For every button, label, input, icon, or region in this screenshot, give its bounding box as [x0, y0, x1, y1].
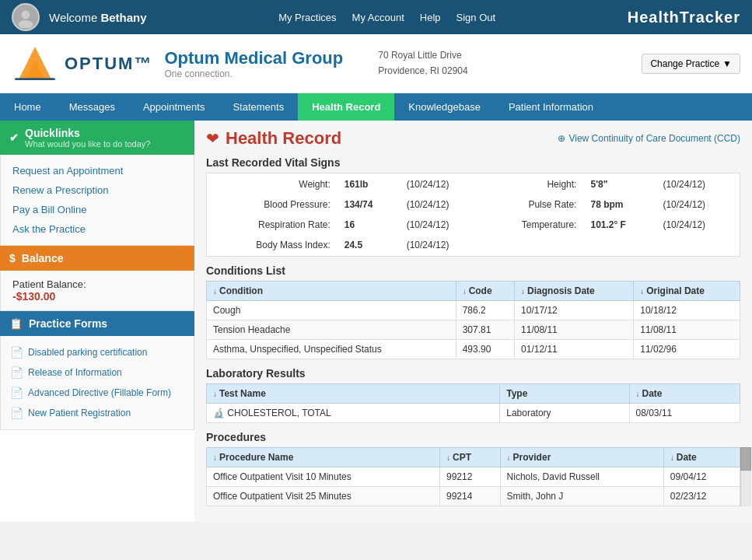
logo-area: OPTUM™ — [12, 42, 152, 85]
height-value: 5'8" — [584, 175, 655, 194]
svg-rect-4 — [15, 78, 54, 80]
balance-icon: $ — [9, 252, 16, 264]
practice-tagline: One connection. — [164, 68, 343, 79]
practice-forms-links: 📄 Disabled parking certification 📄 Relea… — [0, 336, 194, 430]
proc-cpt-0: 99212 — [439, 467, 500, 487]
main-content: ❤ Health Record ⊕ View Continuity of Car… — [194, 121, 752, 522]
condition-row: Tension Headache 307.81 11/08/11 11/08/1… — [207, 320, 740, 340]
tab-statements[interactable]: Statements — [219, 93, 298, 121]
procedure-row: Office Outpatient Visit 10 Minutes 99212… — [207, 467, 740, 487]
bmi-value: 24.5 — [338, 236, 399, 254]
form-label-new-patient: New Patient Registration — [28, 408, 131, 418]
ccd-icon: ⊕ — [558, 133, 565, 144]
col-lab-date[interactable]: ↓Date — [629, 384, 740, 404]
balance-label: Patient Balance: — [12, 278, 182, 290]
balance-title: Balance — [22, 252, 64, 264]
condition-row: Asthma, Unspecified, Unspecified Status … — [207, 340, 740, 359]
form-advanced-directive[interactable]: 📄 Advanced Directive (Fillable Form) — [1, 383, 194, 403]
col-test-name[interactable]: ↓Test Name — [207, 384, 500, 404]
nav-my-account[interactable]: My Account — [352, 12, 404, 23]
col-cpt[interactable]: ↓CPT — [439, 448, 500, 467]
weight-label: Weight: — [208, 175, 337, 194]
lab-name-0: 🔬 CHOLESTEROL, TOTAL — [207, 404, 500, 423]
change-practice-button[interactable]: Change Practice ▼ — [642, 54, 740, 74]
col-diag-date[interactable]: ↓Diagnosis Date — [515, 282, 634, 301]
balance-content: Patient Balance: -$130.00 — [0, 271, 194, 311]
quicklinks-subtitle: What would you like to do today? — [25, 139, 150, 149]
tab-health-record[interactable]: Health Record — [298, 93, 394, 121]
nav-help[interactable]: Help — [420, 12, 441, 23]
practice-forms-header: 📋 Practice Forms — [0, 311, 194, 336]
nav-sign-out[interactable]: Sign Out — [456, 12, 496, 23]
condition-orig-2: 11/02/96 — [634, 340, 740, 359]
content-wrapper: ✔ Quicklinks What would you like to do t… — [0, 121, 752, 522]
tab-knowledgebase[interactable]: Knowledgebase — [394, 93, 495, 121]
lab-date-0: 08/03/11 — [629, 404, 740, 423]
pdf-icon-3: 📄 — [10, 387, 23, 399]
proc-name-0: Office Outpatient Visit 10 Minutes — [207, 467, 440, 487]
height-date: (10/24/12) — [656, 175, 738, 194]
tab-home[interactable]: Home — [0, 93, 55, 121]
balance-header: $ Balance — [0, 246, 194, 271]
col-condition[interactable]: ↓Condition — [207, 282, 456, 301]
bmi-date: (10/24/12) — [400, 236, 482, 254]
tab-messages[interactable]: Messages — [55, 93, 129, 121]
condition-orig-0: 10/18/12 — [634, 301, 740, 320]
form-label-disabled-parking: Disabled parking certification — [28, 347, 147, 358]
scrollbar-thumb[interactable] — [740, 447, 751, 471]
practice-address: 70 Royal Little Drive Providence, RI 029… — [378, 48, 467, 78]
temp-label: Temperature: — [483, 215, 582, 234]
proc-provider-1: Smith, John J — [500, 487, 663, 506]
tab-appointments[interactable]: Appointments — [129, 93, 219, 121]
col-orig-date[interactable]: ↓Original Date — [634, 282, 740, 301]
temp-value: 101.2° F — [584, 215, 655, 234]
resp-date: (10/24/12) — [400, 215, 482, 234]
form-release-of-info[interactable]: 📄 Release of Information — [1, 362, 194, 383]
pdf-icon-2: 📄 — [10, 366, 23, 379]
quicklinks-title: Quicklinks — [25, 127, 80, 139]
proc-date-0: 09/04/12 — [663, 467, 740, 487]
bp-label: Blood Pressure: — [208, 195, 337, 214]
conditions-table: ↓Condition ↓Code ↓Diagnosis Date ↓Origin… — [206, 281, 740, 359]
col-proc-name[interactable]: ↓Procedure Name — [207, 448, 440, 467]
pdf-icon-4: 📄 — [10, 407, 23, 419]
form-disabled-parking[interactable]: 📄 Disabled parking certification — [1, 342, 194, 362]
change-practice-label: Change Practice — [650, 58, 719, 69]
scrollbar-track[interactable] — [740, 447, 751, 506]
practice-info: Optum Medical Group One connection. — [164, 48, 343, 79]
vitals-section-title: Last Recorded Vital Signs — [206, 156, 740, 169]
tab-patient-information[interactable]: Patient Information — [495, 93, 607, 121]
procedures-section-title: Procedures — [206, 431, 740, 443]
nav-my-practices[interactable]: My Practices — [278, 12, 336, 23]
col-code[interactable]: ↓Code — [456, 282, 514, 301]
forms-icon: 📋 — [9, 317, 23, 330]
proc-cpt-1: 99214 — [439, 487, 500, 506]
pdf-icon-1: 📄 — [10, 346, 23, 359]
welcome-text: Welcome Bethany — [49, 11, 147, 24]
quicklinks-section: ✔ Quicklinks What would you like to do t… — [0, 121, 194, 246]
svg-point-0 — [22, 10, 30, 19]
condition-code-0: 786.2 — [456, 301, 514, 320]
ccd-link[interactable]: ⊕ View Continuity of Care Document (CCD) — [558, 133, 740, 144]
col-provider[interactable]: ↓Provider — [500, 448, 663, 467]
condition-diag-2: 01/12/11 — [515, 340, 634, 359]
practice-forms-title: Practice Forms — [29, 317, 107, 330]
vitals-table: Weight: 161lb (10/24/12) Height: 5'8" (1… — [206, 173, 740, 257]
form-new-patient[interactable]: 📄 New Patient Registration — [1, 403, 194, 423]
form-label-advanced: Advanced Directive (Fillable Form) — [28, 387, 171, 398]
condition-name-2: Asthma, Unspecified, Unspecified Status — [207, 340, 456, 359]
link-request-appointment[interactable]: Request an Appointment — [1, 161, 194, 180]
col-proc-date[interactable]: ↓Date — [663, 448, 740, 467]
optum-wordmark: OPTUM™ — [65, 54, 152, 74]
col-lab-type[interactable]: Type — [500, 384, 629, 404]
procedures-scroll-area: ↓Procedure Name ↓CPT ↓Provider ↓Date Off… — [206, 447, 740, 506]
condition-name-0: Cough — [207, 301, 456, 320]
weight-value: 161lb — [338, 175, 399, 194]
link-ask-practice[interactable]: Ask the Practice — [1, 219, 194, 239]
top-nav: My Practices My Account Help Sign Out — [278, 12, 495, 23]
main-nav: Home Messages Appointments Statements He… — [0, 93, 752, 121]
link-pay-bill[interactable]: Pay a Bill Online — [1, 200, 194, 219]
lab-table: ↓Test Name Type ↓Date 🔬 CHOLESTEROL, TOT… — [206, 383, 740, 423]
lab-icon: 🔬 — [213, 408, 225, 418]
link-renew-prescription[interactable]: Renew a Prescription — [1, 180, 194, 200]
